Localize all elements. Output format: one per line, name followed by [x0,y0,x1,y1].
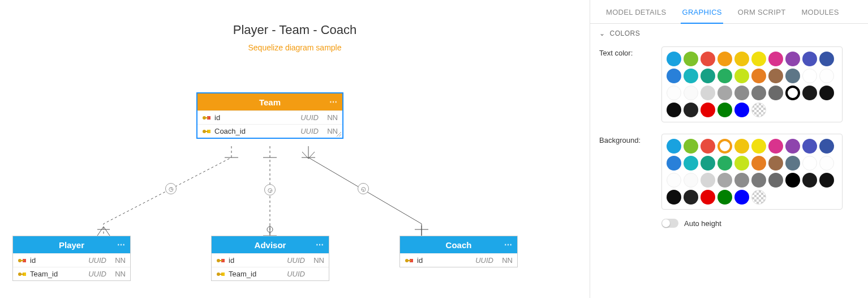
color-swatch[interactable] [734,156,749,171]
color-swatch[interactable] [701,173,715,188]
entity-column-row[interactable]: id UUID NN [212,253,329,267]
entity-column-row[interactable]: Team_id UUID [212,267,329,280]
color-swatch[interactable] [751,69,766,83]
color-swatch[interactable] [734,52,749,66]
entity-menu-icon[interactable]: ⋯ [329,97,338,107]
color-swatch[interactable] [717,52,732,66]
color-swatch[interactable] [717,190,732,205]
color-swatch[interactable] [751,139,766,154]
diagram-canvas[interactable]: Player - Team - Coach Sequelize diagram … [0,0,590,298]
entity-header[interactable]: Coach ⋯ [400,236,517,253]
color-swatch[interactable] [734,139,749,154]
color-swatch[interactable] [667,103,681,117]
color-swatch[interactable] [785,173,800,188]
color-swatch[interactable] [701,190,715,205]
color-swatch[interactable] [701,52,715,66]
color-swatch[interactable] [785,86,800,100]
color-swatch[interactable] [667,139,681,154]
entity-column-row[interactable]: id UUID NN [400,253,517,267]
color-swatch[interactable] [717,173,732,188]
color-swatch[interactable] [734,103,749,117]
entity-column-row[interactable]: Coach_id UUID NN [197,124,342,138]
color-swatch[interactable] [734,86,749,100]
color-swatch[interactable] [768,86,783,100]
color-swatch[interactable] [701,69,715,83]
entity-header[interactable]: Player ⋯ [13,236,130,253]
color-swatch[interactable] [734,173,749,188]
color-swatch[interactable] [684,190,698,205]
tab-modules[interactable]: MODULES [793,0,846,23]
color-swatch[interactable] [751,156,766,171]
color-swatch[interactable] [785,156,800,171]
color-swatch[interactable] [819,156,834,171]
color-swatch[interactable] [751,86,766,100]
color-swatch[interactable] [701,156,715,171]
color-swatch[interactable] [734,69,749,83]
entity-header[interactable]: Advisor ⋯ [212,236,329,253]
color-swatch[interactable] [819,86,834,100]
toggle-thumb [662,219,670,227]
color-swatch[interactable] [802,173,817,188]
entity-header[interactable]: Team ⋯ [197,93,342,110]
color-swatch[interactable] [684,103,698,117]
color-swatch[interactable] [684,52,698,66]
color-swatch[interactable] [684,69,698,83]
color-swatch[interactable] [785,139,800,154]
entity-advisor[interactable]: Advisor ⋯ id UUID NN Team_id UUID [211,236,329,281]
color-swatch[interactable] [819,139,834,154]
color-swatch[interactable] [785,69,800,83]
color-swatch[interactable] [717,69,732,83]
color-swatch[interactable] [751,190,766,205]
section-colors-header[interactable]: ⌄ COLORS [590,24,868,43]
color-swatch[interactable] [684,86,698,100]
color-swatch[interactable] [768,52,783,66]
entity-menu-icon[interactable]: ⋯ [117,240,126,249]
resize-handle-icon[interactable] [337,132,341,137]
entity-column-row[interactable]: Team_id UUID NN [13,267,130,280]
color-swatch[interactable] [802,86,817,100]
color-swatch[interactable] [667,190,681,205]
color-swatch[interactable] [667,173,681,188]
color-swatch[interactable] [701,139,715,154]
color-swatch[interactable] [751,103,766,117]
color-swatch[interactable] [717,139,732,154]
color-swatch[interactable] [819,173,834,188]
tab-model-details[interactable]: MODEL DETAILS [598,0,674,23]
color-swatch[interactable] [684,139,698,154]
entity-team[interactable]: Team ⋯ id UUID NN Coach_id UUID NN [196,92,343,139]
color-swatch[interactable] [701,103,715,117]
entity-coach[interactable]: Coach ⋯ id UUID NN [399,236,518,267]
tab-graphics[interactable]: GRAPHICS [674,0,729,23]
entity-player[interactable]: Player ⋯ id UUID NN Team_id UUID NN [12,236,131,281]
color-swatch[interactable] [768,139,783,154]
color-swatch[interactable] [802,69,817,83]
color-swatch[interactable] [751,52,766,66]
color-swatch[interactable] [751,173,766,188]
color-swatch[interactable] [802,52,817,66]
color-swatch[interactable] [667,69,681,83]
entity-menu-icon[interactable]: ⋯ [504,240,513,249]
entity-column-row[interactable]: id UUID NN [197,110,342,124]
color-swatch[interactable] [819,52,834,66]
color-swatch[interactable] [802,156,817,171]
entity-menu-icon[interactable]: ⋯ [316,240,324,249]
entity-column-row[interactable]: id UUID NN [13,253,130,267]
tab-orm-script[interactable]: ORM SCRIPT [730,0,794,23]
color-swatch[interactable] [768,69,783,83]
color-swatch[interactable] [684,156,698,171]
color-swatch[interactable] [717,86,732,100]
color-swatch[interactable] [802,139,817,154]
color-swatch[interactable] [768,173,783,188]
color-swatch[interactable] [734,190,749,205]
color-swatch[interactable] [819,69,834,83]
color-swatch[interactable] [717,103,732,117]
color-swatch[interactable] [717,156,732,171]
color-swatch[interactable] [701,86,715,100]
color-swatch[interactable] [768,156,783,171]
auto-height-toggle[interactable] [661,219,678,228]
color-swatch[interactable] [667,86,681,100]
color-swatch[interactable] [667,52,681,66]
color-swatch[interactable] [785,52,800,66]
color-swatch[interactable] [684,173,698,188]
color-swatch[interactable] [667,156,681,171]
